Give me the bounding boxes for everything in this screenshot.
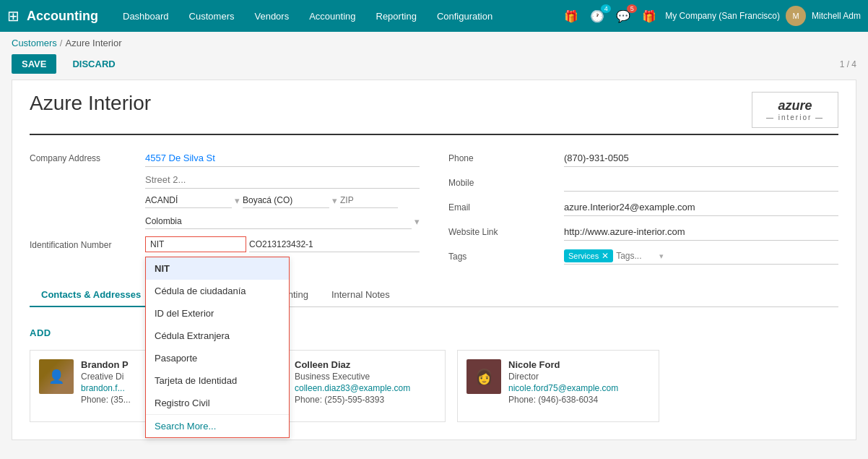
nav-dashboard[interactable]: Dashboard <box>113 0 179 32</box>
street2-input[interactable] <box>145 171 420 189</box>
logo-text: azure <box>764 98 826 113</box>
address-field-row: Company Address ▾ ▾ <box>30 150 420 229</box>
top-navigation: ⊞ Accounting Dashboard Customers Vendors… <box>0 0 868 32</box>
website-input[interactable] <box>564 223 838 241</box>
tags-value: Services ✕ ▾ <box>564 248 838 265</box>
breadcrumb-current: Azure Interior <box>65 38 121 48</box>
dropdown-item-id-exterior[interactable]: ID del Exterior <box>146 302 289 325</box>
contact-card-nicole: 👩 Nicole Ford Director nicole.ford75@exa… <box>457 350 659 422</box>
gift2-icon[interactable]: 🎁 <box>639 7 659 26</box>
email-field-row: Email <box>448 199 838 216</box>
mobile-value <box>564 174 838 192</box>
dropdown-search-more[interactable]: Search More... <box>146 415 289 437</box>
email-input[interactable] <box>564 199 838 216</box>
user-avatar[interactable]: M <box>786 6 806 26</box>
address-value: ▾ ▾ ▾ <box>145 150 420 229</box>
website-label: Website Link <box>448 223 564 237</box>
phone-field-row: Phone <box>448 150 838 167</box>
gift-icon[interactable]: 🎁 <box>561 7 581 26</box>
contact-info-nicole: Nicole Ford Director nicole.ford75@examp… <box>508 359 650 413</box>
breadcrumb-separator: / <box>60 38 63 48</box>
nav-vendors[interactable]: Vendors <box>244 0 299 32</box>
contact-avatar-nicole: 👩 <box>466 359 501 394</box>
tab-internal-notes[interactable]: Internal Notes <box>320 283 402 307</box>
app-grid-icon[interactable]: ⊞ <box>7 7 19 25</box>
city-input[interactable] <box>145 193 232 208</box>
chat-icon[interactable]: 💬 5 <box>613 7 633 26</box>
nav-right-area: 🎁 🕐 4 💬 5 🎁 My Company (San Francisco) M… <box>561 6 861 26</box>
identification-label: Identification Number <box>30 236 145 250</box>
discard-button[interactable]: DISCARD <box>62 54 125 74</box>
identification-input-wrapper: NIT Cédula de ciudadanía ID del Exterior… <box>145 236 420 252</box>
tab-contacts-addresses[interactable]: Contacts & Addresses <box>30 283 152 307</box>
tag-services-close[interactable]: ✕ <box>602 251 609 261</box>
nav-customers[interactable]: Customers <box>179 0 245 32</box>
country-input[interactable] <box>145 214 412 229</box>
contact-email-nicole[interactable]: nicole.ford75@example.com <box>508 383 650 393</box>
identification-number-input[interactable] <box>249 236 420 252</box>
address-label: Company Address <box>30 150 145 163</box>
action-bar: SAVE DISCARD 1 / 4 <box>0 51 868 80</box>
dropdown-item-pasaporte[interactable]: Pasaporte <box>146 347 289 369</box>
tags-container: Services ✕ ▾ <box>564 248 838 265</box>
form-right: Phone Mobile Email Website Link <box>448 150 838 272</box>
chat-badge: 5 <box>627 4 637 13</box>
dropdown-item-tarjeta-identidad[interactable]: Tarjeta de Identidad <box>146 369 289 392</box>
save-button[interactable]: SAVE <box>12 54 56 74</box>
state-input[interactable] <box>243 193 329 208</box>
website-field-row: Website Link <box>448 223 838 241</box>
contact-email-colleen[interactable]: colleen.diaz83@example.com <box>295 383 436 393</box>
form-left: Company Address ▾ ▾ <box>30 150 420 272</box>
mobile-input[interactable] <box>564 174 838 192</box>
nav-configuration[interactable]: Configuration <box>427 0 503 32</box>
tag-services: Services ✕ <box>564 249 613 262</box>
company-name-input[interactable] <box>30 92 463 115</box>
add-contact-button[interactable]: ADD <box>30 325 51 341</box>
logo-subtitle: — interior — <box>764 113 826 121</box>
main-content: azure — interior — Company Address ▾ <box>12 80 856 440</box>
identification-field-row: Identification Number NIT Cédula de ciud… <box>30 236 420 252</box>
dropdown-item-registro-civil[interactable]: Registro Civil <box>146 392 289 414</box>
dropdown-item-cedula-ciudadania[interactable]: Cédula de ciudadanía <box>146 280 289 302</box>
phone-label: Phone <box>448 150 564 163</box>
tags-field-row: Tags Services ✕ ▾ <box>448 248 838 265</box>
nav-menu: Dashboard Customers Vendors Accounting R… <box>113 0 561 32</box>
identification-type-input[interactable] <box>145 236 246 252</box>
page-counter: 1 / 4 <box>840 59 856 69</box>
clock-icon[interactable]: 🕐 4 <box>587 7 607 26</box>
form-section: Company Address ▾ ▾ <box>30 150 838 272</box>
tags-input[interactable] <box>616 251 659 261</box>
tags-label: Tags <box>448 248 564 262</box>
contact-name-nicole: Nicole Ford <box>508 359 650 370</box>
nav-reporting[interactable]: Reporting <box>366 0 427 32</box>
mobile-label: Mobile <box>448 174 564 188</box>
company-label[interactable]: My Company (San Francisco) <box>665 11 780 21</box>
app-title: Accounting <box>27 9 98 24</box>
tag-services-label: Services <box>568 252 599 260</box>
website-value <box>564 223 838 241</box>
phone-value <box>564 150 838 167</box>
dropdown-item-nit[interactable]: NIT <box>146 257 289 280</box>
dropdown-item-cedula-extranjera[interactable]: Cédula Extranjera <box>146 325 289 347</box>
mobile-field-row: Mobile <box>448 174 838 192</box>
contact-info-colleen: Colleen Diaz Business Executive colleen.… <box>295 359 436 413</box>
contact-name-colleen: Colleen Diaz <box>295 359 436 370</box>
contact-avatar-brandon: 👤 <box>39 359 74 394</box>
contact-title-colleen: Business Executive <box>295 372 436 382</box>
contact-phone-colleen: Phone: (255)-595-8393 <box>295 395 436 405</box>
email-value <box>564 199 838 216</box>
zip-input[interactable] <box>340 193 398 208</box>
breadcrumb-parent[interactable]: Customers <box>12 38 57 48</box>
contact-phone-nicole: Phone: (946)-638-6034 <box>508 395 650 405</box>
email-label: Email <box>448 199 564 213</box>
company-logo: azure — interior — <box>752 92 838 128</box>
user-name: Mitchell Adm <box>812 11 861 21</box>
street1-input[interactable] <box>145 150 420 167</box>
phone-input[interactable] <box>564 150 838 167</box>
nav-accounting[interactable]: Accounting <box>299 0 365 32</box>
breadcrumb: Customers / Azure Interior <box>0 32 868 51</box>
company-header: azure — interior — <box>30 92 838 135</box>
city-state-row: ▾ ▾ <box>145 193 420 208</box>
identification-type-dropdown: NIT Cédula de ciudadanía ID del Exterior… <box>145 257 290 438</box>
contact-title-nicole: Director <box>508 372 650 382</box>
